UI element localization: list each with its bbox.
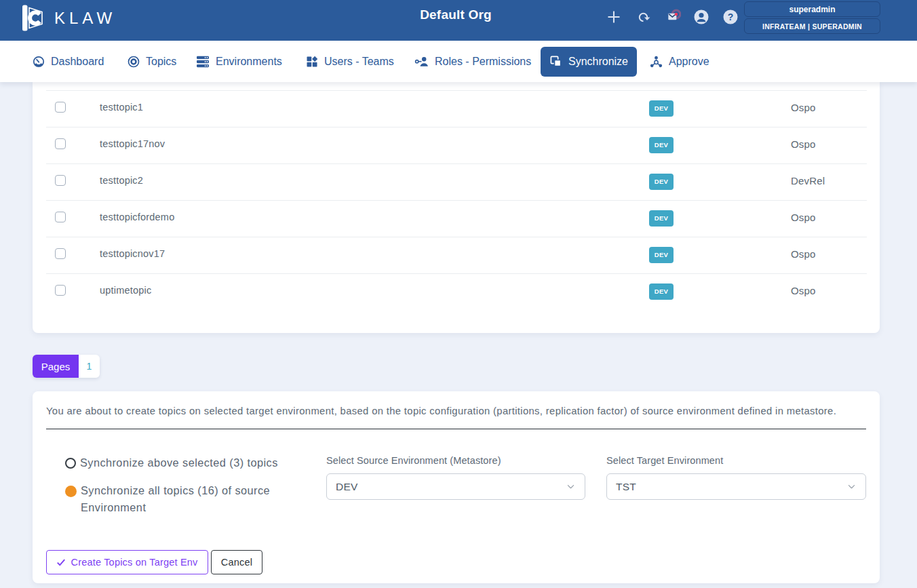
topic-name: testtopicnov17 [91,248,597,259]
env-badge[interactable]: DEV [649,174,674,190]
org-title: Default Org [420,7,492,22]
divider [46,429,866,429]
team-name: Ospo [726,102,867,113]
table-row: uptimetopic DEV Ospo [46,273,867,310]
create-topics-label: Create Topics on Target Env [71,557,197,568]
target-env-value: TST [616,481,636,493]
user-name: superadmin [744,1,880,17]
table-row: testtopic2 DEV DevRel [46,163,867,200]
app-header: KLAW Default Org [0,0,917,41]
table-row: testtopicnov17 DEV Ospo [46,237,867,273]
svg-text:?: ? [728,12,734,22]
profile-icon[interactable] [693,9,709,25]
row-checkbox[interactable] [55,102,66,113]
team-name: Ospo [726,138,867,150]
source-env-value: DEV [336,481,357,493]
team-name: Ospo [726,212,867,223]
check-icon [56,557,66,567]
radio-unselected-icon[interactable] [65,458,76,469]
roles-permissions-icon [414,56,429,68]
source-env-field: Select Source Environment (Metastore) DE… [326,455,585,500]
target-env-select[interactable]: TST [606,473,866,500]
help-icon[interactable]: ? [722,9,739,25]
chevron-down-icon [566,482,576,492]
row-checkbox[interactable] [55,175,66,186]
row-checkbox[interactable] [55,212,66,222]
env-badge[interactable]: DEV [649,137,674,153]
row-checkbox[interactable] [55,248,66,259]
sync-info-text: You are about to create topics on select… [46,406,867,416]
add-icon[interactable] [606,9,622,25]
nav-label: Approve [669,56,709,68]
synchronize-form-card: You are about to create topics on select… [33,391,880,583]
radio-selected-icon[interactable] [65,486,77,497]
team-name: DevRel [726,175,867,187]
radio-sync-selected[interactable]: Synchronize above selected (3) topics [65,454,309,471]
environments-icon [196,56,210,68]
source-env-select[interactable]: DEV [326,473,585,500]
nav-label: Synchronize [568,56,628,68]
main-nav: Dashboard Topics Environments Users - Te… [0,41,917,82]
topic-name: uptimetopic [91,285,597,296]
dashboard-icon [33,56,45,68]
env-badge[interactable]: DEV [649,210,674,227]
row-checkbox[interactable] [55,285,66,296]
nav-item-roles-permissions[interactable]: Roles - Permissions [404,49,542,75]
table-row: testtopic1 DEV Ospo [46,90,867,127]
nav-item-topics[interactable]: Topics [117,49,187,75]
nav-item-approve[interactable]: Approve [639,49,720,75]
user-team: INFRATEAM | SUPERADMIN [744,18,880,34]
synchronize-icon [549,55,562,68]
refresh-icon[interactable] [635,9,651,25]
form-actions: Create Topics on Target Env Cancel [46,550,262,574]
cancel-button[interactable]: Cancel [211,550,262,574]
topic-name: testtopicfordemo [91,212,597,222]
create-topics-button[interactable]: Create Topics on Target Env [46,550,208,574]
radio-sync-selected-label: Synchronize above selected (3) topics [80,454,278,471]
chevron-down-icon [846,482,857,492]
nav-label: Users - Teams [324,56,394,68]
radio-sync-all[interactable]: Synchronize all topics (16) of source En… [65,482,309,516]
topic-name: testtopic2 [91,175,597,186]
nav-label: Roles - Permissions [435,56,531,68]
user-menu[interactable]: superadmin INFRATEAM | SUPERADMIN [744,1,880,34]
team-name: Ospo [726,248,867,260]
sync-scope-options: Synchronize above selected (3) topics Sy… [65,454,309,527]
topics-table-card: testtopic1 DEV Ospo testtopic17nov DEV O… [33,82,880,333]
pagination: Pages 1 [33,355,100,378]
radio-sync-all-label: Synchronize all topics (16) of source En… [81,482,294,516]
target-env-label: Select Target Environment [606,455,866,466]
topic-name: testtopic17nov [91,138,597,149]
env-badge[interactable]: DEV [649,283,674,300]
table-row: testtopic17nov DEV Ospo [46,127,867,163]
nav-item-environments[interactable]: Environments [185,49,293,75]
nav-item-users-teams[interactable]: Users - Teams [295,49,405,75]
topics-icon [128,56,140,68]
env-badge[interactable]: DEV [649,100,674,117]
klaw-logo-icon [22,4,43,32]
nav-item-dashboard[interactable]: Dashboard [22,49,115,75]
nav-item-synchronize[interactable]: Synchronize [541,47,637,77]
brand[interactable]: KLAW [22,4,116,32]
pages-label: Pages [33,355,79,378]
brand-name: KLAW [54,5,116,32]
nav-label: Dashboard [51,56,104,68]
target-env-field: Select Target Environment TST [606,455,866,500]
env-badge[interactable]: DEV [649,247,674,263]
page-1-button[interactable]: 1 [79,355,100,378]
source-env-label: Select Source Environment (Metastore) [326,455,585,466]
team-name: Ospo [726,285,867,296]
approve-icon [650,56,663,68]
row-checkbox[interactable] [55,138,66,149]
nav-label: Environments [216,56,282,68]
topic-name: testtopic1 [91,102,597,113]
table-row: testtopicfordemo DEV Ospo [46,200,867,237]
mail-icon[interactable] [665,9,681,25]
nav-label: Topics [146,56,176,68]
users-teams-icon [306,56,318,68]
